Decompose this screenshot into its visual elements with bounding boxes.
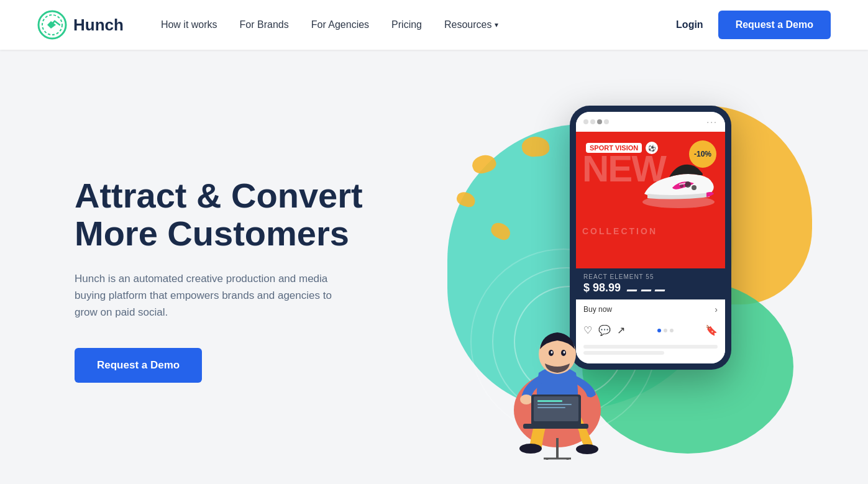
svg-point-12: [520, 395, 532, 404]
dot-3: [597, 119, 602, 124]
dot-2: [590, 119, 595, 124]
nav-resources[interactable]: Resources ▾: [444, 19, 498, 30]
ad-collection-text: COLLECTION: [582, 226, 657, 236]
nav-right: Login Request a Demo: [676, 11, 831, 39]
phone-top-bar: ···: [576, 112, 725, 132]
person-illustration: [495, 298, 619, 460]
request-demo-button-nav[interactable]: Request a Demo: [718, 11, 831, 39]
nav-for-brands[interactable]: For Brands: [240, 19, 289, 30]
chevron-down-icon: ▾: [495, 21, 498, 29]
hero-section: Attract & Convert More Customers Hunch i…: [0, 50, 868, 484]
svg-point-3: [685, 181, 691, 188]
hero-subtitle: Hunch is an automated creative productio…: [75, 270, 342, 321]
stripe-3: [655, 290, 665, 291]
buy-now-arrow: ›: [715, 304, 718, 314]
svg-rect-15: [523, 424, 588, 429]
svg-rect-16: [537, 400, 562, 402]
ad-shoe: [638, 153, 719, 209]
svg-point-10: [519, 444, 542, 454]
dot-4: [604, 119, 609, 124]
nav-for-agencies[interactable]: For Agencies: [311, 19, 369, 30]
stripe-2: [641, 290, 651, 291]
indicator-dot-2: [664, 329, 667, 332]
indicator-dot-3: [670, 329, 674, 332]
hero-content: Attract & Convert More Customers Hunch i…: [75, 176, 398, 383]
request-demo-button-hero[interactable]: Request a Demo: [75, 348, 202, 383]
svg-rect-18: [537, 407, 565, 408]
phone-indicator-dots: [657, 329, 674, 332]
navbar: Hunch How it works For Brands For Agenci…: [0, 0, 868, 50]
ad-price: $ 98.99: [583, 281, 621, 295]
nav-links: How it works For Brands For Agencies Pri…: [161, 19, 676, 30]
ad-price-bar: REACT ELEMENT 55 $ 98.99: [576, 268, 725, 299]
logo-text: Hunch: [73, 16, 124, 35]
svg-point-4: [692, 185, 697, 190]
indicator-dot-active: [657, 329, 661, 332]
svg-rect-17: [537, 404, 572, 405]
hero-title: Attract & Convert More Customers: [75, 176, 398, 253]
person-svg: [495, 298, 619, 460]
nav-pricing[interactable]: Pricing: [391, 19, 422, 30]
ad-card: SPORT VISION ⚽ NEW COLLECTION -10%: [576, 132, 725, 268]
stripe-1: [627, 290, 637, 291]
svg-point-11: [576, 444, 598, 454]
hero-illustration: ··· SPORT VISION ⚽ NEW COLLECTION -10%: [398, 87, 831, 472]
dot-1: [583, 119, 588, 124]
login-link[interactable]: Login: [676, 19, 703, 30]
phone-status-dots: [583, 119, 609, 124]
shoe-svg: [638, 153, 719, 209]
logo-icon: [37, 10, 67, 40]
logo-link[interactable]: Hunch: [37, 10, 124, 40]
ad-product-name: REACT ELEMENT 55: [583, 273, 718, 280]
svg-point-22: [551, 351, 553, 354]
nav-how-it-works[interactable]: How it works: [161, 19, 217, 30]
bookmark-icon: 🔖: [705, 324, 718, 336]
phone-menu-dots: ···: [706, 117, 718, 127]
svg-point-23: [564, 351, 565, 354]
